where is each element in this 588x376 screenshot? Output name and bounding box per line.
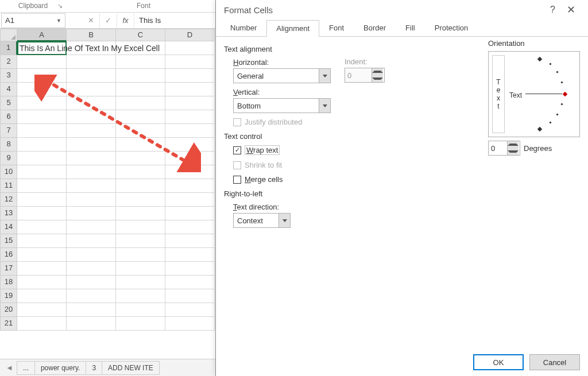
horizontal-combo-caret-icon[interactable] (319, 69, 330, 83)
cell[interactable] (116, 69, 165, 83)
cell[interactable] (17, 276, 67, 289)
cell[interactable] (165, 276, 215, 289)
dialog-close-button[interactable]: ✕ (562, 3, 580, 16)
cell[interactable] (165, 41, 215, 55)
cell[interactable] (165, 152, 215, 165)
row-header[interactable]: 6 (0, 110, 17, 124)
wrap-text-checkbox[interactable]: ✓ (233, 146, 241, 154)
degrees-down-icon[interactable] (508, 148, 519, 155)
cell[interactable] (116, 138, 165, 152)
row-header[interactable]: 10 (0, 165, 17, 179)
cell[interactable] (67, 317, 116, 331)
name-box-caret-icon[interactable]: ▼ (56, 18, 61, 24)
cell[interactable] (116, 248, 165, 262)
row-header[interactable]: 2 (0, 55, 17, 69)
cell[interactable] (67, 179, 116, 193)
cell[interactable] (67, 138, 116, 152)
sheet-tab-addnew[interactable]: ADD NEW ITE (102, 361, 160, 375)
orientation-box[interactable]: Text Text (488, 51, 580, 137)
cell[interactable] (17, 193, 67, 207)
cell[interactable] (116, 55, 165, 69)
cell[interactable] (17, 124, 67, 138)
insert-function-button[interactable]: fx (117, 13, 134, 28)
horizontal-combo[interactable]: General (233, 68, 331, 83)
tab-number[interactable]: Number (220, 20, 266, 36)
cell[interactable] (17, 96, 67, 110)
tab-protection[interactable]: Protection (425, 20, 478, 36)
cell[interactable] (116, 165, 165, 179)
cell[interactable] (165, 289, 215, 303)
cell[interactable]: This Is An Line Of Text In My Excel Cell (17, 41, 67, 55)
cell[interactable] (67, 262, 116, 276)
tab-fill[interactable]: Fill (396, 20, 425, 36)
text-direction-caret-icon[interactable] (278, 214, 290, 227)
cell[interactable] (67, 234, 116, 248)
worksheet-grid[interactable]: A B C D 1This Is An Line Of Text In My E… (0, 29, 215, 356)
row-header[interactable]: 16 (0, 248, 17, 262)
column-header-b[interactable]: B (67, 29, 116, 41)
cell[interactable] (67, 248, 116, 262)
cell[interactable] (116, 234, 165, 248)
cell[interactable] (165, 83, 215, 96)
indent-up-icon[interactable] (372, 68, 383, 75)
vertical-combo-caret-icon[interactable] (319, 99, 330, 113)
row-header[interactable]: 3 (0, 69, 17, 83)
row-header[interactable]: 20 (0, 303, 17, 317)
cell[interactable] (116, 152, 165, 165)
cell[interactable] (67, 303, 116, 317)
cell[interactable] (17, 138, 67, 152)
cell[interactable] (116, 124, 165, 138)
row-header[interactable]: 5 (0, 96, 17, 110)
cancel-button[interactable]: Cancel (529, 354, 580, 370)
cell[interactable] (165, 262, 215, 276)
row-header[interactable]: 8 (0, 138, 17, 152)
cell[interactable] (17, 262, 67, 276)
column-header-a[interactable]: A (17, 29, 67, 41)
cell[interactable] (116, 303, 165, 317)
ok-button[interactable]: OK (473, 354, 524, 370)
cell[interactable] (67, 124, 116, 138)
sheet-tab-powerquery[interactable]: power query. (34, 361, 86, 375)
row-header[interactable]: 9 (0, 152, 17, 165)
column-header-d[interactable]: D (165, 29, 215, 41)
row-header[interactable]: 18 (0, 276, 17, 289)
sheet-nav-prev-icon[interactable]: ◄ (2, 363, 17, 372)
cell[interactable] (165, 179, 215, 193)
degrees-input[interactable] (489, 141, 507, 155)
sheet-tab-more[interactable]: ... (17, 361, 35, 375)
cell[interactable] (67, 110, 116, 124)
cell[interactable] (17, 179, 67, 193)
cell[interactable] (165, 207, 215, 220)
name-box[interactable]: A1 ▼ (1, 13, 65, 28)
cell[interactable] (67, 276, 116, 289)
indent-input[interactable] (345, 68, 372, 82)
cell[interactable] (165, 69, 215, 83)
cell[interactable] (116, 262, 165, 276)
degrees-spinner[interactable] (488, 141, 520, 156)
cell[interactable] (67, 96, 116, 110)
cell[interactable] (67, 69, 116, 83)
cell[interactable] (116, 110, 165, 124)
orientation-dial[interactable]: Text (509, 55, 576, 133)
row-header[interactable]: 17 (0, 262, 17, 276)
cell[interactable] (17, 69, 67, 83)
row-header[interactable]: 4 (0, 83, 17, 96)
orientation-vertical-text[interactable]: Text (492, 55, 505, 133)
tab-border[interactable]: Border (354, 20, 396, 36)
cell[interactable] (116, 83, 165, 96)
cell[interactable] (17, 165, 67, 179)
text-direction-combo[interactable]: Context (233, 213, 291, 228)
cell[interactable] (165, 234, 215, 248)
formula-cancel-button[interactable]: ✕ (83, 13, 100, 28)
cell[interactable] (165, 193, 215, 207)
sheet-tab-3[interactable]: 3 (86, 361, 102, 375)
row-header[interactable]: 7 (0, 124, 17, 138)
cell[interactable] (67, 193, 116, 207)
cell[interactable] (116, 193, 165, 207)
cell[interactable] (17, 303, 67, 317)
cell[interactable] (17, 207, 67, 220)
cell[interactable] (165, 55, 215, 69)
formula-enter-button[interactable]: ✓ (100, 13, 117, 28)
cell[interactable] (165, 248, 215, 262)
cell[interactable] (165, 96, 215, 110)
